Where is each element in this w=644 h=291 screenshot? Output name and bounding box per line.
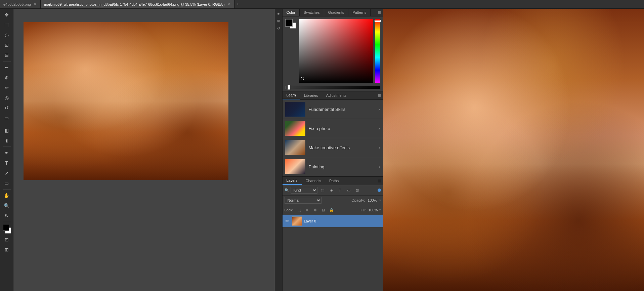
lock-image-btn[interactable]: ✏	[304, 207, 311, 213]
learn-item-creative-effects[interactable]: Make creative effects ›	[283, 138, 383, 157]
filter-type-btn[interactable]: T	[336, 186, 344, 194]
brush-tool-btn[interactable]: ✏	[2, 83, 12, 92]
learn-tabs: Learn Libraries Adjustments ☰	[283, 91, 383, 100]
history-brush-btn[interactable]: ↺	[2, 103, 12, 113]
thumb-fundamental-img	[285, 102, 305, 117]
tab-active-close-btn[interactable]: ✕	[227, 2, 231, 6]
marquee-tool-btn[interactable]: ⬚	[2, 20, 12, 30]
filter-smartobj-btn[interactable]: ⊡	[354, 186, 361, 194]
right-panel: Color Swatches Gradients Patterns ☰	[282, 9, 383, 291]
clone-tool-btn[interactable]: ◎	[2, 93, 12, 102]
history-panel-toggle[interactable]: ↺	[275, 25, 282, 32]
burn-tool-btn[interactable]: ◖	[2, 136, 12, 145]
lasso-tool-btn[interactable]: ◌	[2, 30, 12, 40]
learn-thumb-fix-photo	[285, 121, 305, 136]
color-gradient-picker[interactable]	[299, 19, 373, 83]
tool-separator-4	[3, 189, 11, 190]
rotate-tool-btn[interactable]: ↻	[2, 211, 12, 220]
filter-shape-btn[interactable]: ▭	[345, 186, 352, 194]
tab-channels[interactable]: Channels	[302, 177, 325, 184]
tab-paths[interactable]: Paths	[325, 177, 343, 184]
path-select-btn[interactable]: ↗	[2, 168, 12, 178]
main-layout: ✥ ⬚ ◌ ⊡ ⊟ ✒ ⊕ ✏ ◎ ↺ ▭ ◧ ◖ ✒ T ↗ ▭ ✋ 🔍 ↻ …	[0, 9, 644, 291]
fill-dropdown-icon[interactable]: ▾	[379, 208, 381, 212]
learn-item-painting[interactable]: Painting ›	[283, 157, 383, 176]
screen-mode-btn[interactable]: ⊞	[2, 245, 12, 254]
fill-label: Fill:	[360, 208, 366, 212]
opacity-bar-row	[283, 86, 383, 91]
tab-overflow-btn[interactable]: ›	[234, 0, 241, 9]
layer-visibility-toggle[interactable]: 👁	[285, 218, 290, 224]
lock-all-btn[interactable]: 🔒	[328, 207, 335, 213]
tab-close-btn[interactable]: ✕	[33, 2, 37, 6]
move-tool-btn[interactable]: ✥	[2, 10, 12, 19]
blend-mode-select[interactable]: Normal	[285, 197, 321, 204]
layer-row-0[interactable]: 👁 Layer 0	[283, 215, 383, 227]
pen-tool-btn[interactable]: ✒	[2, 148, 12, 158]
tab-libraries[interactable]: Libraries	[300, 92, 322, 99]
tool-separator-3	[3, 147, 11, 147]
fg-color-box[interactable]	[285, 19, 293, 27]
tab-layers[interactable]: Layers	[283, 177, 302, 185]
opacity-gradient-bar[interactable]	[285, 86, 380, 89]
layers-panel-toggle[interactable]: ⊞	[275, 17, 282, 24]
tab-learn[interactable]: Learn	[283, 91, 300, 99]
eraser-tool-btn[interactable]: ▭	[2, 113, 12, 123]
type-tool-btn[interactable]: T	[2, 158, 12, 168]
magic-wand-btn[interactable]: ⊡	[2, 40, 12, 50]
hand-tool-btn[interactable]: ✋	[2, 191, 12, 200]
color-panel-menu-btn[interactable]: ☰	[376, 9, 383, 16]
foreground-color-swatch[interactable]	[3, 225, 9, 231]
tab-bar: e4b0c2b055.png ✕ majkinio69_ultrarealist…	[0, 0, 644, 9]
opacity-dropdown-icon[interactable]: ▾	[379, 199, 381, 202]
layers-filter-select[interactable]: Kind	[291, 187, 317, 194]
zoom-tool-btn[interactable]: 🔍	[2, 201, 12, 210]
tab-adjustments[interactable]: Adjustments	[322, 92, 351, 99]
thumb-painting-img	[285, 159, 305, 174]
layers-panel-menu-btn[interactable]: ☰	[376, 178, 383, 184]
learn-item-fix-photo[interactable]: Fix a photo ›	[283, 119, 383, 138]
shape-tool-btn[interactable]: ▭	[2, 178, 12, 188]
quick-mask-btn[interactable]: ⊡	[2, 235, 12, 244]
layers-blend-row: Normal Opacity: 100% ▾	[283, 196, 383, 205]
layer-name: Layer 0	[304, 219, 381, 223]
tab-inactive[interactable]: e4b0c2b055.png ✕	[0, 0, 41, 8]
color-spectrum-bar[interactable]	[375, 19, 380, 83]
learn-arrow-painting: ›	[379, 164, 380, 169]
layer-thumbnail	[292, 216, 302, 226]
tool-separator-2	[3, 124, 11, 124]
lock-pixels-btn[interactable]: ⬚	[296, 207, 303, 213]
filter-adjustment-btn[interactable]: ◈	[328, 186, 335, 194]
filter-pixel-btn[interactable]: ⬚	[319, 186, 326, 194]
learn-item-fundamental[interactable]: Fundamental Skills ›	[283, 100, 383, 119]
tab-patterns[interactable]: Patterns	[348, 9, 371, 16]
color-panel-tabs: Color Swatches Gradients Patterns ☰	[283, 9, 383, 16]
color-selector[interactable]	[2, 225, 12, 234]
left-toolbar: ✥ ⬚ ◌ ⊡ ⊟ ✒ ⊕ ✏ ◎ ↺ ▭ ◧ ◖ ✒ T ↗ ▭ ✋ 🔍 ↻ …	[0, 9, 13, 291]
lock-position-btn[interactable]: ✥	[312, 207, 319, 213]
canvas-area[interactable]	[13, 9, 275, 291]
layers-panel: Layers Channels Paths ☰ 🔍 Kind ⬚ ◈ T ▭ ⊡	[283, 177, 383, 291]
search-icon: 🔍	[285, 188, 289, 193]
crop-tool-btn[interactable]: ⊟	[2, 50, 12, 60]
healing-tool-btn[interactable]: ⊕	[2, 73, 12, 82]
gradient-tool-btn[interactable]: ◧	[2, 126, 12, 135]
tab-active[interactable]: majkinio69_ultrarealistic_photos_in_d8ba…	[41, 0, 234, 8]
tab-gradients[interactable]: Gradients	[324, 9, 349, 16]
color-panel-toggle[interactable]: ◈	[275, 10, 282, 17]
tab-swatches[interactable]: Swatches	[300, 9, 324, 16]
learn-label-creative: Make creative effects	[309, 145, 375, 150]
color-panel: Color Swatches Gradients Patterns ☰	[283, 9, 383, 91]
learn-panel: Learn Libraries Adjustments ☰ Fundamenta…	[283, 91, 383, 177]
learn-label-fix-photo: Fix a photo	[309, 126, 375, 131]
learn-panel-menu-btn[interactable]: ☰	[376, 92, 383, 99]
layers-tabs: Layers Channels Paths ☰	[283, 177, 383, 185]
opacity-value: 100%	[367, 198, 377, 202]
lock-artboard-btn[interactable]: ⊡	[320, 207, 327, 213]
learn-arrow-creative: ›	[379, 145, 380, 150]
learn-label-fundamental: Fundamental Skills	[309, 107, 375, 112]
filter-active-indicator	[378, 189, 381, 192]
tab-color[interactable]: Color	[283, 9, 300, 16]
eyedropper-tool-btn[interactable]: ✒	[2, 63, 12, 72]
layers-filter-row: 🔍 Kind ⬚ ◈ T ▭ ⊡	[283, 185, 383, 196]
